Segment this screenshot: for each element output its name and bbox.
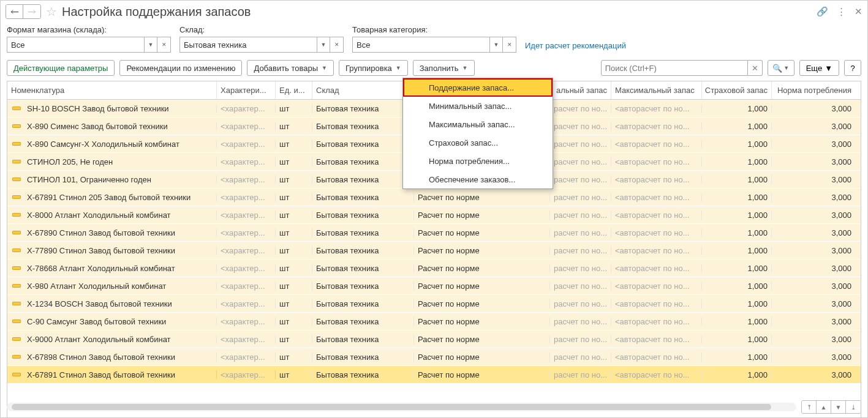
col-min-stock[interactable]: альный запас bbox=[550, 81, 611, 99]
cell-safety-stock: 1,000 bbox=[702, 175, 772, 184]
forward-button[interactable]: 🡒 bbox=[23, 5, 40, 18]
search-clear-icon[interactable]: ✕ bbox=[748, 60, 763, 76]
cell-characteristics: <характер... bbox=[217, 282, 276, 291]
cell-method: Расчет по норме bbox=[414, 335, 550, 344]
cell-unit: шт bbox=[276, 370, 312, 379]
cell-warehouse: Бытовая техника bbox=[312, 282, 414, 291]
prev-row-icon[interactable]: ▲ bbox=[817, 401, 831, 413]
cell-norm: 3,000 bbox=[772, 193, 855, 202]
cell-unit: шт bbox=[276, 104, 312, 113]
table-row[interactable]: X-78668 Атлант Холодильный комбинат<хара… bbox=[7, 259, 861, 277]
search-button[interactable]: 🔍▼ bbox=[768, 60, 794, 76]
cell-min-stock: расчет по но... bbox=[550, 370, 611, 379]
cell-warehouse: Бытовая техника bbox=[312, 353, 414, 362]
active-params-button[interactable]: Действующие параметры bbox=[7, 60, 115, 76]
cell-characteristics: <характер... bbox=[217, 353, 276, 362]
cell-norm: 3,000 bbox=[772, 246, 855, 255]
cell-safety-stock: 1,000 bbox=[702, 104, 772, 113]
store-format-combo[interactable]: ▼ ✕ bbox=[7, 37, 171, 53]
table-row[interactable]: X-67890 Стинол Завод бытовой техники<хар… bbox=[7, 224, 861, 242]
table-row[interactable]: X-9000 Атлант Холодильный комбинат<харак… bbox=[7, 330, 861, 348]
table-row[interactable]: X-67891 Стинол 205 Завод бытовой техники… bbox=[7, 188, 861, 206]
col-nomenclature[interactable]: Номенклатура bbox=[7, 81, 217, 99]
cell-max-stock: <авторасчет по но... bbox=[611, 175, 702, 184]
warehouse-clear-icon[interactable]: ✕ bbox=[330, 37, 344, 53]
col-warehouse[interactable]: Склад bbox=[312, 81, 414, 99]
grouping-button[interactable]: Группировка▼ bbox=[339, 60, 408, 76]
dropdown-item-consumption-norm[interactable]: Норма потребления... bbox=[403, 152, 553, 170]
last-row-icon[interactable]: ⤓ bbox=[846, 401, 861, 413]
cell-nomenclature: SH-10 BOSCH Завод бытовой техники bbox=[7, 104, 217, 113]
warehouse-input[interactable] bbox=[179, 37, 317, 53]
category-dropdown-icon[interactable]: ▼ bbox=[489, 37, 503, 53]
favorite-star-icon[interactable]: ☆ bbox=[46, 4, 57, 19]
horizontal-scrollbar[interactable] bbox=[7, 403, 796, 411]
dropdown-item-min-stock[interactable]: Минимальный запас... bbox=[403, 97, 553, 115]
category-clear-icon[interactable]: ✕ bbox=[503, 37, 516, 53]
next-row-icon[interactable]: ▼ bbox=[831, 401, 846, 413]
cell-norm: 3,000 bbox=[772, 211, 855, 220]
warehouse-dropdown-icon[interactable]: ▼ bbox=[317, 37, 330, 53]
table-row[interactable]: X-67891 Стинол Завод бытовой техники<хар… bbox=[7, 366, 861, 384]
cell-min-stock: расчет по но... bbox=[550, 193, 611, 202]
search-input[interactable] bbox=[601, 60, 748, 76]
col-consumption-norm[interactable]: Норма потребления bbox=[772, 81, 855, 99]
cell-safety-stock: 1,000 bbox=[702, 140, 772, 149]
table-row[interactable]: X-67898 Стинол Завод бытовой техники<хар… bbox=[7, 348, 861, 366]
fill-button[interactable]: Заполнить▼ bbox=[413, 60, 475, 76]
cell-min-stock: расчет по но... bbox=[550, 228, 611, 237]
dropdown-item-order-provision[interactable]: Обеспечение заказов... bbox=[403, 170, 553, 188]
cell-warehouse: Бытовая техника bbox=[312, 246, 414, 255]
cell-safety-stock: 1,000 bbox=[702, 299, 772, 308]
cell-max-stock: <авторасчет по но... bbox=[611, 228, 702, 237]
recommendations-button[interactable]: Рекомендации по изменению bbox=[119, 60, 242, 76]
cell-nomenclature: СТИНОЛ 205, Не годен bbox=[7, 157, 217, 166]
back-button[interactable]: 🡐 bbox=[6, 5, 23, 18]
cell-max-stock: <авторасчет по но... bbox=[611, 282, 702, 291]
cell-safety-stock: 1,000 bbox=[702, 157, 772, 166]
store-format-dropdown-icon[interactable]: ▼ bbox=[144, 37, 157, 53]
first-row-icon[interactable]: ⤒ bbox=[802, 401, 817, 413]
more-button[interactable]: Еще▼ bbox=[799, 60, 839, 76]
cell-norm: 3,000 bbox=[772, 353, 855, 362]
kebab-icon[interactable]: ⋮ bbox=[837, 6, 846, 17]
category-input[interactable] bbox=[352, 37, 489, 53]
chevron-down-icon: ▼ bbox=[462, 65, 468, 71]
table-row[interactable]: X-77890 Стинол Завод бытовой техники<хар… bbox=[7, 242, 861, 259]
table-row[interactable]: C-90 Самсунг Завод бытовой техники<харак… bbox=[7, 313, 861, 330]
cell-characteristics: <характер... bbox=[217, 246, 276, 255]
store-format-input[interactable] bbox=[7, 37, 144, 53]
store-format-label: Формат магазина (склада): bbox=[7, 25, 171, 34]
cell-unit: шт bbox=[276, 246, 312, 255]
scrollbar-thumb[interactable] bbox=[12, 404, 771, 410]
cell-characteristics: <характер... bbox=[217, 264, 276, 273]
table-row[interactable]: X-1234 BOSCH Завод бытовой техники<харак… bbox=[7, 295, 861, 313]
col-max-stock[interactable]: Максимальный запас bbox=[611, 81, 702, 99]
table-row[interactable]: X-8000 Атлант Холодильный комбинат<харак… bbox=[7, 206, 861, 224]
cell-nomenclature: X-78668 Атлант Холодильный комбинат bbox=[7, 264, 217, 273]
col-unit[interactable]: Ед. и... bbox=[276, 81, 312, 99]
dropdown-item-stock-maintenance[interactable]: Поддержание запаса... bbox=[403, 78, 553, 97]
item-icon bbox=[12, 355, 21, 359]
app-window: 🡐 🡒 ☆ Настройка поддержания запасов 🔗 ⋮ … bbox=[0, 0, 868, 418]
cell-min-stock: расчет по но... bbox=[550, 175, 611, 184]
item-icon bbox=[12, 124, 21, 128]
warehouse-combo[interactable]: ▼ ✕ bbox=[179, 37, 344, 53]
add-goods-button[interactable]: Добавить товары▼ bbox=[247, 60, 334, 76]
store-format-clear-icon[interactable]: ✕ bbox=[157, 37, 171, 53]
table-row[interactable]: X-980 Атлант Холодильный комбинат<характ… bbox=[7, 277, 861, 295]
cell-min-stock: расчет по но... bbox=[550, 157, 611, 166]
category-combo[interactable]: ▼ ✕ bbox=[352, 37, 516, 53]
dropdown-item-max-stock[interactable]: Максимальный запас... bbox=[403, 115, 553, 133]
item-icon bbox=[12, 231, 21, 234]
status-link[interactable]: Идет расчет рекомендаций bbox=[525, 41, 626, 53]
help-button[interactable]: ? bbox=[844, 60, 861, 76]
close-icon[interactable]: ✕ bbox=[855, 6, 862, 17]
dropdown-item-safety-stock[interactable]: Страховой запас... bbox=[403, 133, 553, 152]
search-box: ✕ bbox=[601, 60, 763, 76]
cell-characteristics: <характер... bbox=[217, 317, 276, 326]
col-characteristics[interactable]: Характери... bbox=[217, 81, 276, 99]
col-safety-stock[interactable]: Страховой запас bbox=[702, 81, 772, 99]
link-icon[interactable]: 🔗 bbox=[817, 6, 828, 17]
item-icon bbox=[12, 373, 21, 376]
